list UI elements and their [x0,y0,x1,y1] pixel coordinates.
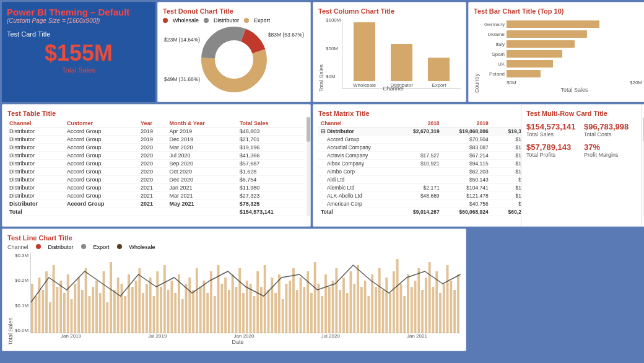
svg-rect-23 [95,281,98,333]
bar-chart-card: Test Bar Chart Title (Top 10) Country Ge… [468,2,644,102]
hbar-x-axis: $0M $20M [507,80,642,85]
line-y-02: $0.2M [15,278,28,283]
table-scroll-thumb[interactable] [307,117,310,142]
donut-chart-area: $83M (53.67%) $49M (31.68%) $23M (14.64%… [163,25,305,94]
svg-rect-35 [139,268,141,333]
svg-rect-78 [292,268,295,333]
column-y-axis-title: Total Sales [318,17,324,92]
matrix-total-label: Total [318,208,397,216]
table-cell: 2021 [139,200,168,208]
bar-chart-wrapper: Country Germany Ukraine Italy [474,17,642,93]
svg-rect-52 [199,287,202,333]
svg-rect-45 [174,293,176,333]
table-cell: $6,754 [238,176,305,184]
profit-margins-lbl: Profit Margins [584,152,637,158]
table-scrollbar[interactable] [307,117,310,216]
table-cell: Distributor [7,144,65,152]
svg-rect-40 [157,271,159,333]
table-row: DistributorAccord Group2020Dec 2020$6,75… [7,176,305,184]
multirow-values-grid: $154,573,141 Total Sales $96,783,998 Tot… [526,122,637,158]
distributor-legend-dot [204,18,209,23]
donut-legend: Wholesale Distributor Export [163,17,305,24]
donut-label-wholesale: $23M (14.64%) [164,37,200,43]
svg-rect-94 [350,271,352,333]
table-cell: Mar 2020 [167,144,237,152]
hbar-bar-italy [507,40,575,48]
matrix-value-cell: $70,504 [442,136,491,144]
table-cell: Accord Group [65,152,139,160]
svg-rect-39 [153,296,155,333]
svg-rect-60 [228,290,230,333]
svg-rect-95 [354,284,356,333]
svg-rect-88 [328,287,331,333]
svg-rect-117 [432,287,435,333]
column-y-labels: $100M $50M $0M [326,17,341,79]
hbar-label-spain: Spain [481,51,505,57]
table-cell: Distributor [7,136,65,144]
svg-rect-120 [443,284,445,333]
svg-rect-13 [59,281,62,333]
table-cell: Distributor [7,168,65,176]
svg-rect-19 [81,290,84,333]
hbar-uk: UK [481,60,642,68]
svg-rect-76 [285,284,288,333]
svg-rect-63 [239,268,242,333]
svg-rect-96 [357,265,359,333]
bar-wholesale: Wholesale [352,22,376,88]
svg-rect-48 [185,284,188,333]
table-row: DistributorAccord Group2020Sep 2020$57,6… [7,160,305,168]
multirow-item-total-costs: $96,783,998 Total Costs [584,122,637,138]
y-label-0m: $0M [326,74,341,79]
bar-distributor: Distributor [389,22,414,88]
table-row: DistributorAccord Group2021Mar 2021$27,3… [7,192,305,200]
matrix-value-cell: $48,669 [397,192,442,200]
table-cell: $41,366 [238,152,305,160]
hbar-label-italy: Italy [481,42,505,47]
svg-rect-107 [396,259,399,333]
table-cell: $11,980 [238,184,305,192]
table-cell: 2019 [139,128,168,136]
svg-rect-116 [429,262,431,333]
svg-rect-101 [375,287,377,333]
svg-rect-90 [336,268,338,333]
table-cell: 2020 [139,152,168,160]
donut-label-export: $83M (53.67%) [268,32,304,38]
svg-rect-15 [67,274,69,333]
svg-rect-22 [92,287,95,333]
matrix-channel-cell: Actavis Company [318,152,397,160]
matrix-total-2019: $60,068,924 [442,208,491,216]
line-chart-title: Test Line Chart Title [7,234,461,242]
column-chart-title: Test Column Chart Title [318,7,461,15]
table-cell: $19,196 [238,144,305,152]
svg-rect-41 [160,287,162,333]
svg-rect-8 [42,290,45,333]
svg-rect-21 [89,296,91,333]
table-cell: Distributor [7,176,65,184]
svg-rect-103 [382,290,385,333]
table-cell: May 2021 [167,200,237,208]
total-costs-lbl: Total Costs [584,131,637,138]
hbar-x-label-0: $0M [507,80,516,85]
svg-rect-67 [253,296,256,333]
svg-rect-74 [278,274,281,333]
export-legend-dot [244,18,249,23]
matrix-channel-cell: ⊟ Distributor [318,128,397,136]
table-cell: Apr 2019 [167,128,237,136]
svg-rect-80 [300,278,302,333]
table-scroll-area[interactable]: Channel Customer Year Month & Year Total… [7,120,305,227]
multirow-item-total-sales: $154,573,141 Total Sales [526,122,579,138]
hbar-germany: Germany [481,20,642,28]
column-bars-area: Wholesale Distributor Export [342,20,461,89]
table-cell: 2019 [139,136,168,144]
total-profits-lbl: Total Profits [526,152,579,158]
svg-rect-49 [189,278,191,333]
line-y-03: $0.3M [15,253,28,258]
table-cell: Accord Group [65,144,139,152]
hbar-label-germany: Germany [481,22,505,27]
mth-2018: 2018 [397,120,442,128]
table-cell: Distributor [7,184,65,192]
th-year: Year [139,120,168,128]
svg-rect-104 [386,278,388,333]
table-total-row: Total $154,573,141 [7,208,305,216]
table-body: DistributorAccord Group2019Apr 2019$48,8… [7,128,305,208]
